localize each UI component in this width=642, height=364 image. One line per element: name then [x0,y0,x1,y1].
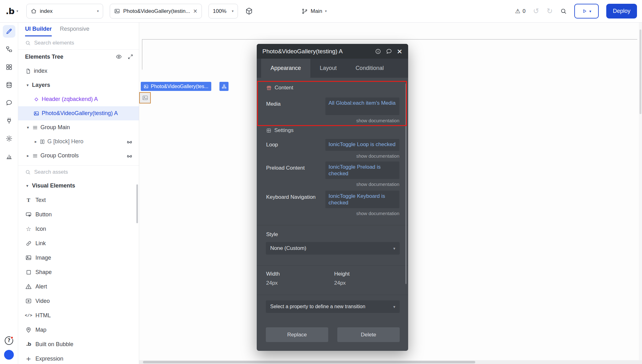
panel-titlebar[interactable]: Photo&VideoGallery(testing) A × [257,44,408,59]
panel-scrollbar[interactable] [405,83,407,284]
undo-icon[interactable]: ↺ [533,8,539,15]
element-item-label: HTML [35,312,51,319]
element-hierarchy-button[interactable] [219,82,229,91]
hideable-glasses-icon[interactable] [126,139,133,145]
chevron-right-icon[interactable]: ▸ [26,154,30,158]
v-scroll-thumb[interactable] [639,29,641,114]
loop-show-documentation-link[interactable]: show documentation [356,153,399,159]
search-button[interactable] [560,8,567,14]
chevron-down-icon[interactable]: ▾ [26,125,30,129]
info-icon[interactable] [375,48,381,55]
delete-button[interactable]: Delete [337,327,400,342]
element-item-label: Link [35,240,46,247]
loop-value-box[interactable]: IonicToggle Loop is checked [325,139,399,151]
keyboard-value-box[interactable]: IonicToggle Keyboard is checked [325,191,399,208]
tab-responsive[interactable]: Responsive [60,23,89,36]
pencil-icon [6,28,13,35]
sidebar-scrollbar[interactable] [136,184,138,223]
tree-item-gallery[interactable]: Photo&VideoGallery(testing) A [18,106,139,120]
eye-icon[interactable] [116,54,122,60]
zoom-selector[interactable]: 100% ▾ [208,4,238,18]
element-item-image[interactable]: Image [18,251,139,265]
element-item-label: Icon [35,226,46,232]
tab-layout[interactable]: Layout [310,59,346,78]
tree-item-group-main[interactable]: ▾ Group Main [18,120,139,135]
element-item-html[interactable]: </> HTML [18,308,139,323]
redo-icon[interactable]: ↻ [547,8,553,15]
selected-element-thumbnail[interactable] [139,92,151,103]
workflow-tab-button[interactable] [3,43,15,55]
data-tab-button[interactable] [3,79,15,91]
tab-ui-builder[interactable]: UI Builder [25,23,52,36]
element-item-icon[interactable]: ☆ Icon [18,222,139,236]
element-item-expression[interactable]: + Expression [18,351,139,364]
comments-tab-button[interactable] [3,97,15,109]
panel-close-icon[interactable]: × [397,48,403,55]
media-value-box[interactable]: All Global:each item's Media [325,98,399,115]
comment-icon[interactable] [386,48,392,55]
cube-icon [245,7,253,15]
help-button[interactable]: ? [5,336,13,345]
element-item-shape[interactable]: Shape [18,265,139,279]
replace-button[interactable]: Replace [266,327,328,342]
search-assets-input[interactable] [34,169,119,175]
selected-element-label: Photo&VideoGallery(tes... [151,84,208,89]
tree-item-header-reusable[interactable]: Header (zqbackend) A [18,92,139,106]
logs-tab-button[interactable] [3,150,15,163]
tab-conditional[interactable]: Conditional [346,59,393,78]
tab-appearance[interactable]: Appearance [261,59,310,78]
component-library-button[interactable] [245,0,253,22]
bubble-logo-menu[interactable]: .b ▾ [6,0,18,22]
preload-value-box[interactable]: IonicToggle Preload is checked [325,161,399,179]
tree-item-label: Photo&VideoGallery(testing) A [42,110,118,117]
page-selector[interactable]: index ▾ [26,4,103,18]
preload-show-documentation-link[interactable]: show documentation [356,182,399,187]
canvas-horizontal-scrollbar[interactable] [139,360,642,364]
element-item-built-on-bubble[interactable]: .b Built on Bubble [18,337,139,351]
branch-selector[interactable]: Main ▾ [302,0,327,22]
keyboard-show-documentation-link[interactable]: show documentation [356,211,399,216]
element-item-map[interactable]: Map [18,323,139,337]
help-icon: ? [8,338,10,343]
chevron-down-icon[interactable]: ▾ [25,184,29,188]
element-item-button[interactable]: Button [18,207,139,222]
element-item-video[interactable]: Video [18,294,139,308]
tree-item-layers[interactable]: ▾ Layers [18,78,139,92]
canvas-vertical-scrollbar[interactable] [639,23,642,360]
close-tab-icon[interactable]: × [193,8,197,14]
expand-icon[interactable] [128,54,133,60]
media-show-documentation-link[interactable]: show documentation [356,118,399,123]
image-icon [34,111,39,116]
components-tab-button[interactable] [3,61,15,73]
element-item-text[interactable]: T Text [18,193,139,207]
button-icon [25,211,32,218]
element-item-alert[interactable]: Alert [18,279,139,294]
settings-tab-button[interactable] [3,132,15,145]
elements-tree-header: Elements Tree [18,50,139,64]
content-section-header: Content [266,85,293,91]
image-icon [114,8,120,14]
h-scroll-thumb[interactable] [143,361,475,363]
design-tab-button[interactable] [3,25,15,38]
tree-item-group-controls[interactable]: ▸ Group Controls [18,149,139,163]
chevron-down-icon[interactable]: ▾ [25,83,30,87]
tree-item-hero[interactable]: ▸ G [block] Hero [18,135,139,149]
avatar[interactable] [4,350,14,360]
play-icon [582,8,587,14]
style-dropdown[interactable]: None (Custom) ▾ [266,242,400,255]
selected-element-tag[interactable]: Photo&VideoGallery(tes... [141,82,211,91]
transition-dropdown[interactable]: Select a property to define a new transi… [266,300,400,313]
deploy-button[interactable]: Deploy [606,4,637,18]
element-tab[interactable]: Photo&VideoGallery(testin... × [110,4,202,18]
group-icon [32,125,38,130]
plugins-tab-button[interactable] [3,114,15,127]
preview-button[interactable]: ▾ [574,4,599,18]
visual-elements-header[interactable]: ▾ Visual Elements [18,179,139,193]
hideable-glasses-icon[interactable] [126,153,133,159]
search-elements-input[interactable] [34,40,119,46]
issues-indicator[interactable]: ⚠ 0 [515,8,526,14]
chevron-right-icon[interactable]: ▸ [34,140,38,144]
element-item-link[interactable]: Link [18,236,139,251]
tree-item-index[interactable]: index [18,64,139,78]
link-icon [25,240,32,246]
